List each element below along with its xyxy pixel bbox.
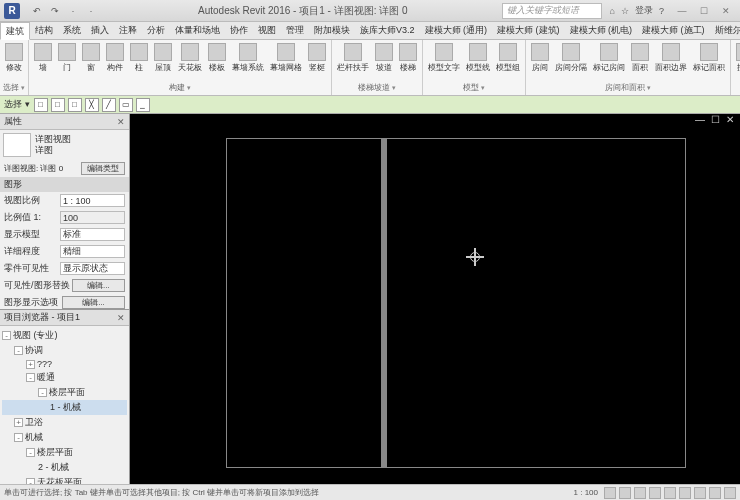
minimize-button[interactable]: —: [672, 4, 692, 18]
properties-close-icon[interactable]: ✕: [117, 117, 125, 127]
ribbon-button[interactable]: 楼板: [206, 42, 228, 74]
tree-twisty-icon[interactable]: +: [26, 360, 35, 369]
ribbon-button[interactable]: 栏杆扶手: [335, 42, 371, 74]
ribbon-button[interactable]: 模型线: [464, 42, 492, 74]
view-max-icon[interactable]: ☐: [709, 114, 722, 125]
tree-twisty-icon[interactable]: -: [38, 388, 47, 397]
tree-node[interactable]: -暖通: [2, 370, 127, 385]
optionbar-icon[interactable]: ╱: [102, 98, 116, 112]
maximize-button[interactable]: ☐: [694, 4, 714, 18]
ribbon-tab[interactable]: 体量和场地: [170, 22, 225, 39]
ribbon-tab[interactable]: 协作: [225, 22, 253, 39]
ribbon-button[interactable]: 标记房间: [591, 42, 627, 74]
ribbon-button[interactable]: 房间分隔: [553, 42, 589, 74]
qat-undo-icon[interactable]: ↶: [30, 4, 44, 18]
ribbon-button[interactable]: 坡道: [373, 42, 395, 74]
ribbon-button[interactable]: 窗: [80, 42, 102, 74]
ribbon-button[interactable]: 面积: [629, 42, 651, 74]
qat-redo-icon[interactable]: ↷: [48, 4, 62, 18]
star-icon[interactable]: ☆: [621, 6, 629, 16]
panel-title[interactable]: 房间和面积: [529, 81, 727, 93]
panel-title[interactable]: 构建: [32, 81, 328, 93]
ribbon-tab[interactable]: 建模大师 (施工): [637, 22, 710, 39]
type-selector[interactable]: 详图视图 详图: [0, 130, 129, 160]
status-icon[interactable]: [724, 487, 736, 499]
tree-node[interactable]: -楼层平面: [2, 445, 127, 460]
ribbon-button[interactable]: 门: [56, 42, 78, 74]
ribbon-button[interactable]: 按面: [734, 42, 740, 74]
ribbon-button[interactable]: 墙: [32, 42, 54, 74]
optionbar-icon[interactable]: ⎯: [136, 98, 150, 112]
tree-twisty-icon[interactable]: +: [14, 418, 23, 427]
optionbar-icon[interactable]: □: [51, 98, 65, 112]
options-select-label[interactable]: 选择 ▾: [4, 98, 30, 111]
property-value[interactable]: 标准: [60, 228, 125, 241]
qat-icon[interactable]: ·: [84, 4, 98, 18]
help-search-input[interactable]: 键入关键字或短语: [502, 3, 602, 19]
property-value[interactable]: 精细: [60, 245, 125, 258]
ribbon-button[interactable]: 构件: [104, 42, 126, 74]
status-icon[interactable]: [679, 487, 691, 499]
tree-twisty-icon[interactable]: -: [14, 346, 23, 355]
ribbon-button[interactable]: 幕墙网格: [268, 42, 304, 74]
optionbar-icon[interactable]: ╳: [85, 98, 99, 112]
ribbon-tab[interactable]: 建模大师 (通用): [420, 22, 493, 39]
ribbon-button[interactable]: 竖梃: [306, 42, 328, 74]
ribbon-tab[interactable]: 结构: [30, 22, 58, 39]
tree-node[interactable]: +???: [2, 358, 127, 370]
ribbon-button[interactable]: 房间: [529, 42, 551, 74]
panel-title[interactable]: 洞口: [734, 81, 740, 93]
ribbon-tab[interactable]: 建模大师 (建筑): [492, 22, 565, 39]
optionbar-icon[interactable]: □: [68, 98, 82, 112]
optionbar-icon[interactable]: ▭: [119, 98, 133, 112]
tree-twisty-icon[interactable]: -: [26, 373, 35, 382]
status-icon[interactable]: [649, 487, 661, 499]
ribbon-button[interactable]: 屋顶: [152, 42, 174, 74]
ribbon-button[interactable]: 柱: [128, 42, 150, 74]
ribbon-button[interactable]: 模型文字: [426, 42, 462, 74]
detail-line[interactable]: [381, 138, 387, 468]
close-button[interactable]: ✕: [716, 4, 736, 18]
optionbar-icon[interactable]: □: [34, 98, 48, 112]
qat-icon[interactable]: ·: [66, 4, 80, 18]
tree-node[interactable]: 1 - 机械: [2, 400, 127, 415]
login-button[interactable]: 登录: [635, 4, 653, 17]
edit-type-button[interactable]: 编辑类型: [81, 162, 125, 175]
status-icon[interactable]: [604, 487, 616, 499]
property-value[interactable]: 显示原状态: [60, 262, 125, 275]
ribbon-tab[interactable]: 建模大师 (机电): [565, 22, 638, 39]
ribbon-tab[interactable]: 族库大师V3.2: [355, 22, 420, 39]
panel-title[interactable]: 选择: [3, 81, 25, 93]
tree-node[interactable]: -天花板平面: [2, 475, 127, 484]
status-icon[interactable]: [664, 487, 676, 499]
panel-title[interactable]: 模型: [426, 81, 522, 93]
help-icon[interactable]: ?: [659, 6, 664, 16]
ribbon-tab[interactable]: 斯维尔-土建: [710, 22, 740, 39]
tree-node[interactable]: -楼层平面: [2, 385, 127, 400]
ribbon-tab[interactable]: 注释: [114, 22, 142, 39]
ribbon-button[interactable]: 楼梯: [397, 42, 419, 74]
tree-node[interactable]: -视图 (专业): [2, 328, 127, 343]
ribbon-button[interactable]: 天花板: [176, 42, 204, 74]
ribbon-tab[interactable]: 系统: [58, 22, 86, 39]
tree-node[interactable]: -机械: [2, 430, 127, 445]
infocenter-icon[interactable]: ⌂: [610, 6, 615, 16]
ribbon-button[interactable]: 标记面积: [691, 42, 727, 74]
tree-twisty-icon[interactable]: -: [26, 448, 35, 457]
panel-title[interactable]: 楼梯坡道: [335, 81, 419, 93]
tree-node[interactable]: 2 - 机械: [2, 460, 127, 475]
ribbon-button[interactable]: 幕墙系统: [230, 42, 266, 74]
tree-twisty-icon[interactable]: -: [26, 478, 35, 484]
property-value[interactable]: 1 : 100: [60, 194, 125, 207]
status-icon[interactable]: [709, 487, 721, 499]
ribbon-button[interactable]: 修改: [3, 42, 25, 74]
property-edit-button[interactable]: 编辑...: [72, 279, 125, 292]
status-icon[interactable]: [619, 487, 631, 499]
ribbon-button[interactable]: 面积边界: [653, 42, 689, 74]
tree-twisty-icon[interactable]: -: [14, 433, 23, 442]
ribbon-tab[interactable]: 附加模块: [309, 22, 355, 39]
status-icon[interactable]: [634, 487, 646, 499]
ribbon-tab[interactable]: 管理: [281, 22, 309, 39]
browser-close-icon[interactable]: ✕: [117, 313, 125, 323]
ribbon-button[interactable]: 模型组: [494, 42, 522, 74]
